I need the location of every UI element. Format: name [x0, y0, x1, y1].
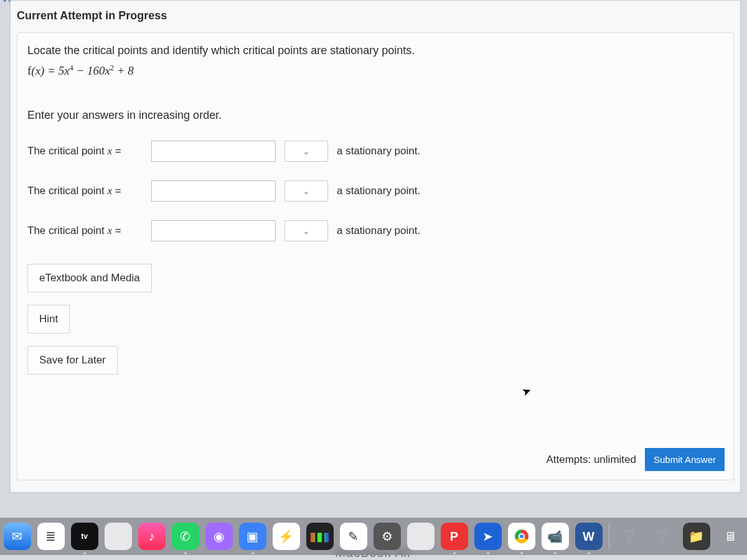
stationary-select-1[interactable]: ⌄ [284, 141, 328, 162]
dock: MAR 30 ✉ ≣ tv ♪ ✆ ◉ ▣ ⚡ ▮▮▮ ✎ ⚙ P ➤ 📹 W … [0, 518, 747, 555]
dock-arrow-icon[interactable]: ➤ [474, 523, 502, 550]
stationary-select-2[interactable]: ⌄ [284, 180, 328, 202]
answer-label: The critical point x = [27, 145, 143, 157]
critical-point-input-3[interactable] [151, 220, 276, 241]
answer-label: The critical point x = [27, 225, 143, 237]
dock-settings-icon[interactable]: ⚙ [374, 523, 401, 550]
question-card: Locate the critical points and identify … [17, 32, 734, 480]
dock-unknown1-icon[interactable]: ? [616, 523, 643, 550]
dock-screenmirror-icon[interactable]: ▣ [239, 523, 266, 550]
dock-messenger-icon[interactable]: ⚡ [273, 523, 300, 550]
chevron-down-icon: ⌄ [303, 146, 310, 156]
dock-pages-icon[interactable]: ✎ [340, 523, 367, 550]
dock-podcasts-icon[interactable]: ◉ [205, 523, 233, 550]
dock-facetime-icon[interactable]: 📹 [542, 523, 569, 550]
question-prompt: Locate the critical points and identify … [27, 44, 723, 57]
dock-display-icon[interactable]: 🖥 [716, 523, 744, 550]
answer-row-2: The critical point x = ⌄ a stationary po… [27, 180, 723, 202]
dock-stats-icon[interactable]: ▮▮▮ [306, 523, 334, 550]
answer-row-1: The critical point x = ⌄ a stationary po… [27, 141, 723, 162]
save-for-later-button[interactable]: Save for Later [27, 346, 118, 375]
attempts-label: Attempts: unlimited [546, 454, 636, 466]
dock-generic2-icon[interactable] [407, 523, 435, 550]
dock-folder-icon[interactable]: 📁 [683, 523, 710, 550]
dock-reminders-icon[interactable]: ≣ [37, 523, 65, 550]
dock-unknown2-icon[interactable]: ? [649, 523, 677, 550]
stationary-select-3[interactable]: ⌄ [284, 220, 328, 241]
dock-powerpoint-icon[interactable]: P [441, 523, 468, 550]
dock-mail-icon[interactable]: ✉ [4, 523, 31, 550]
dock-region: MAR 30 ✉ ≣ tv ♪ ✆ ◉ ▣ ⚡ ▮▮▮ ✎ ⚙ P ➤ 📹 W … [0, 505, 747, 555]
dock-separator [609, 523, 609, 550]
chevron-down-icon: ⌄ [303, 186, 310, 196]
attempt-status: Current Attempt in Progress [11, 1, 740, 29]
question-formula: f(x) = 5x4 − 160x2 + 8 [27, 63, 723, 78]
etextbook-button[interactable]: eTextbook and Media [27, 264, 152, 292]
dock-word-icon[interactable]: W [575, 523, 603, 550]
stationary-label: a stationary point. [337, 225, 420, 237]
dock-music-icon[interactable]: ♪ [138, 523, 166, 550]
assignment-panel: Current Attempt in Progress Locate the c… [10, 0, 741, 493]
dock-chrome-icon[interactable] [508, 523, 535, 550]
dock-whatsapp-icon[interactable]: ✆ [172, 523, 199, 550]
question-footer: Attempts: unlimited Submit Answer [546, 448, 725, 471]
answer-row-3: The critical point x = ⌄ a stationary po… [27, 220, 723, 241]
dock-appletv-icon[interactable]: tv [71, 523, 98, 550]
critical-point-input-1[interactable] [151, 141, 276, 162]
hint-button[interactable]: Hint [27, 305, 70, 334]
cursor-icon: ➤ [520, 383, 533, 399]
chevron-down-icon: ⌄ [303, 226, 310, 236]
dock-generic-icon[interactable] [105, 523, 132, 550]
critical-point-input-2[interactable] [151, 180, 276, 202]
submit-answer-button[interactable]: Submit Answer [645, 448, 725, 471]
answer-label: The critical point x = [27, 185, 143, 197]
answer-instruction: Enter your answers in increasing order. [27, 109, 723, 122]
stationary-label: a stationary point. [337, 145, 420, 157]
stationary-label: a stationary point. [337, 185, 420, 197]
